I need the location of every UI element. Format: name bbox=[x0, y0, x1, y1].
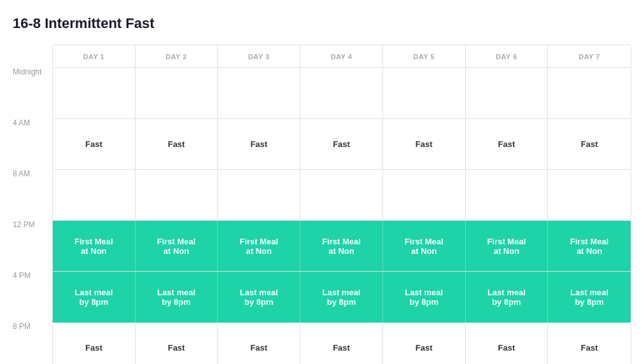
cell-d3-4pm: Last mealby 8pm bbox=[218, 272, 300, 323]
cell-d3-4am: Fast bbox=[218, 119, 300, 169]
day-header-2: DAY 2 bbox=[136, 45, 218, 67]
cell-d5-12pm: First Mealat Non bbox=[383, 221, 466, 271]
main-grid: DAY 1 DAY 2 DAY 3 DAY 4 DAY 5 DAY 6 DAY … bbox=[52, 45, 631, 364]
row-8pm: Fast Fast Fast Fast Fast Fast Fast bbox=[53, 323, 631, 364]
cell-d1-4am: Fast bbox=[53, 119, 136, 169]
cell-d4-8pm: Fast bbox=[300, 323, 383, 364]
cell-d4-8am bbox=[300, 170, 383, 220]
cell-d5-midnight-top bbox=[383, 68, 466, 118]
cell-d2-12pm: First Mealat Non bbox=[136, 221, 218, 271]
cell-d5-4pm: Last mealby 8pm bbox=[383, 272, 466, 323]
day-header-5: DAY 5 bbox=[383, 45, 466, 67]
cell-d6-12pm: First Mealat Non bbox=[466, 221, 549, 271]
cell-d2-4pm: Last mealby 8pm bbox=[136, 272, 218, 323]
cell-d4-4pm: Last mealby 8pm bbox=[300, 272, 383, 323]
cell-d3-midnight-top bbox=[218, 68, 300, 118]
cell-d7-4am: Fast bbox=[548, 119, 631, 169]
cell-d6-4pm: Last mealby 8pm bbox=[466, 272, 549, 323]
cell-d1-midnight-top bbox=[53, 68, 136, 118]
day-headers: DAY 1 DAY 2 DAY 3 DAY 4 DAY 5 DAY 6 DAY … bbox=[53, 45, 631, 68]
row-12pm: First Mealat Non First Mealat Non First … bbox=[53, 221, 631, 272]
page-title: 16-8 Intermittent Fast bbox=[13, 15, 631, 32]
cell-d7-4pm: Last mealby 8pm bbox=[548, 272, 631, 323]
cell-d2-8am bbox=[136, 170, 218, 220]
cell-d5-8pm: Fast bbox=[383, 323, 466, 364]
day-header-3: DAY 3 bbox=[218, 45, 300, 67]
cell-d1-8pm: Fast bbox=[53, 323, 136, 364]
day-header-4: DAY 4 bbox=[300, 45, 383, 67]
cell-d3-8am bbox=[218, 170, 300, 220]
time-label-4pm: 4 PM bbox=[13, 271, 52, 322]
cell-d2-midnight-top bbox=[136, 68, 218, 118]
rows-container: Fast Fast Fast Fast Fast Fast Fast Fi bbox=[53, 68, 631, 364]
cell-d6-8am bbox=[466, 170, 549, 220]
day-header-7: DAY 7 bbox=[548, 45, 631, 67]
cell-d5-4am: Fast bbox=[383, 119, 466, 169]
cell-d2-8pm: Fast bbox=[136, 323, 218, 364]
cell-d2-4am: Fast bbox=[136, 119, 218, 169]
cell-d6-8pm: Fast bbox=[466, 323, 549, 364]
cell-d6-midnight-top bbox=[466, 68, 549, 118]
cell-d6-4am: Fast bbox=[466, 119, 549, 169]
time-label-12pm: 12 PM bbox=[13, 220, 52, 271]
cell-d1-8am bbox=[53, 170, 136, 220]
time-label-midnight: Midnight bbox=[13, 67, 52, 118]
cell-d3-8pm: Fast bbox=[218, 323, 300, 364]
row-midnight-top bbox=[53, 68, 631, 119]
cell-d7-8pm: Fast bbox=[548, 323, 631, 364]
cell-d4-4am: Fast bbox=[300, 119, 383, 169]
cell-d1-12pm: First Mealat Non bbox=[53, 221, 136, 271]
row-4pm: Last mealby 8pm Last mealby 8pm Last mea… bbox=[53, 272, 631, 323]
time-label-4am: 4 AM bbox=[13, 118, 52, 169]
time-label-8pm: 8 PM bbox=[13, 322, 52, 364]
cell-d7-midnight-top bbox=[548, 68, 631, 118]
cell-d5-8am bbox=[383, 170, 466, 220]
time-labels: Midnight 4 AM 8 AM 12 PM 4 PM 8 PM Midni… bbox=[13, 45, 52, 364]
cell-d1-4pm: Last mealby 8pm bbox=[53, 272, 136, 323]
row-8am bbox=[53, 170, 631, 221]
day-header-6: DAY 6 bbox=[466, 45, 549, 67]
chart-wrapper: Midnight 4 AM 8 AM 12 PM 4 PM 8 PM Midni… bbox=[13, 45, 631, 364]
cell-d7-8am bbox=[548, 170, 631, 220]
time-label-8am: 8 AM bbox=[13, 169, 52, 220]
day-header-1: DAY 1 bbox=[53, 45, 136, 67]
cell-d3-12pm: First Mealat Non bbox=[218, 221, 300, 271]
cell-d4-12pm: First Mealat Non bbox=[300, 221, 383, 271]
cell-d4-midnight-top bbox=[300, 68, 383, 118]
cell-d7-12pm: First Mealat Non bbox=[548, 221, 631, 271]
row-4am: Fast Fast Fast Fast Fast Fast Fast bbox=[53, 119, 631, 170]
